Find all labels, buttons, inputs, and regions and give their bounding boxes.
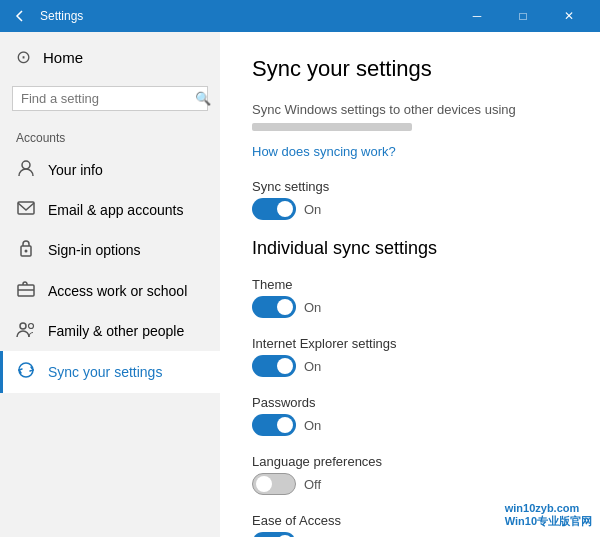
title-bar: Settings ─ □ ✕	[0, 0, 600, 32]
window-title: Settings	[40, 9, 454, 23]
content-area: Sync your settings Sync Windows settings…	[220, 32, 600, 537]
search-input[interactable]	[21, 91, 189, 106]
sidebar: ⊙ Home 🔍 Accounts Your info	[0, 32, 220, 537]
setting-label-ie: Internet Explorer settings	[252, 336, 568, 351]
svg-point-3	[25, 250, 28, 253]
maximize-button[interactable]: □	[500, 0, 546, 32]
work-label: Access work or school	[48, 283, 187, 299]
toggle-thumb-language	[256, 476, 272, 492]
svg-point-6	[20, 323, 26, 329]
toggle-row-language: Off	[252, 473, 568, 495]
signin-icon	[16, 239, 36, 261]
sidebar-item-email[interactable]: Email & app accounts	[0, 191, 220, 229]
toggle-row-ie: On	[252, 355, 568, 377]
toggle-state-passwords: On	[304, 418, 321, 433]
toggle-state-ie: On	[304, 359, 321, 374]
toggle-thumb-theme	[277, 299, 293, 315]
family-label: Family & other people	[48, 323, 184, 339]
toggle-thumb-ie	[277, 358, 293, 374]
sidebar-item-family[interactable]: Family & other people	[0, 311, 220, 351]
sync-settings-toggle-row: On	[252, 198, 568, 220]
home-label: Home	[43, 49, 83, 66]
email-icon	[16, 201, 36, 219]
sync-description: Sync Windows settings to other devices u…	[252, 102, 568, 117]
signin-label: Sign-in options	[48, 242, 141, 258]
setting-label-passwords: Passwords	[252, 395, 568, 410]
search-box: 🔍	[12, 86, 208, 111]
sidebar-item-work[interactable]: Access work or school	[0, 271, 220, 311]
individual-title: Individual sync settings	[252, 238, 568, 259]
toggle-row-passwords: On	[252, 414, 568, 436]
account-bar	[252, 123, 412, 131]
minimize-button[interactable]: ─	[454, 0, 500, 32]
your-info-icon	[16, 159, 36, 181]
toggle-ease[interactable]	[252, 532, 296, 537]
sync-settings-label: Sync settings	[252, 179, 568, 194]
toggle-row-ease: On	[252, 532, 568, 537]
sync-settings-toggle[interactable]	[252, 198, 296, 220]
toggle-state-theme: On	[304, 300, 321, 315]
watermark: win10zyb.com Win10专业版官网	[505, 502, 592, 529]
sync-settings-thumb	[277, 201, 293, 217]
email-label: Email & app accounts	[48, 202, 183, 218]
toggle-language[interactable]	[252, 473, 296, 495]
page-title: Sync your settings	[252, 56, 568, 82]
sync-label: Sync your settings	[48, 364, 162, 380]
sidebar-section-label: Accounts	[0, 123, 220, 149]
your-info-label: Your info	[48, 162, 103, 178]
work-icon	[16, 281, 36, 301]
toggle-thumb-passwords	[277, 417, 293, 433]
toggle-state-language: Off	[304, 477, 321, 492]
close-button[interactable]: ✕	[546, 0, 592, 32]
sync-link[interactable]: How does syncing work?	[252, 144, 396, 159]
sync-settings-state: On	[304, 202, 321, 217]
home-icon: ⊙	[16, 46, 31, 68]
setting-label-language: Language preferences	[252, 454, 568, 469]
toggle-theme[interactable]	[252, 296, 296, 318]
search-icon: 🔍	[195, 91, 211, 106]
sidebar-item-your-info[interactable]: Your info	[0, 149, 220, 191]
sidebar-item-signin[interactable]: Sign-in options	[0, 229, 220, 271]
toggle-passwords[interactable]	[252, 414, 296, 436]
individual-settings-list: ThemeOnInternet Explorer settingsOnPassw…	[252, 277, 568, 537]
svg-rect-1	[18, 202, 34, 214]
back-button[interactable]	[8, 4, 32, 28]
toggle-ie[interactable]	[252, 355, 296, 377]
sidebar-item-sync[interactable]: Sync your settings	[0, 351, 220, 393]
toggle-row-theme: On	[252, 296, 568, 318]
svg-point-7	[29, 324, 34, 329]
setting-label-theme: Theme	[252, 277, 568, 292]
svg-point-0	[22, 161, 30, 169]
sync-icon	[16, 361, 36, 383]
window-controls: ─ □ ✕	[454, 0, 592, 32]
sidebar-item-home[interactable]: ⊙ Home	[0, 32, 220, 82]
app-body: ⊙ Home 🔍 Accounts Your info	[0, 32, 600, 537]
family-icon	[16, 321, 36, 341]
